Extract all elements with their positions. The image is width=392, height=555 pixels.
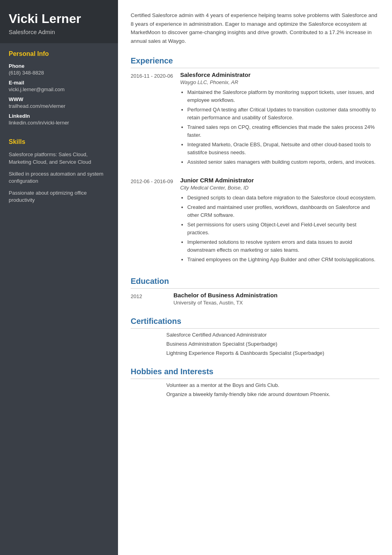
email-label: E-mail	[9, 80, 109, 86]
skill-item-2: Skilled in process automation and system…	[9, 170, 109, 185]
education-heading: Education	[131, 277, 379, 289]
job-title-2: Junior CRM Administrator	[180, 177, 379, 184]
cert-item-2: Business Administration Specialist (Supe…	[131, 341, 379, 347]
bullets-1: Maintained the Salesforce platform by mo…	[180, 88, 379, 166]
bullet-1-1: Performed QA testing after Critical Upda…	[187, 106, 379, 121]
job-title-1: Salesforce Administrator	[180, 71, 379, 78]
experience-content-1: Salesforce Administrator Waygo LLC, Phoe…	[180, 71, 379, 168]
cert-item-1: Salesforce Certified Advanced Administra…	[131, 332, 379, 338]
certifications-section: Certifications Salesforce Certified Adva…	[131, 317, 379, 356]
experience-date-2: 2012-06 - 2016-09	[131, 177, 173, 266]
skills-section: Skills Salesforce platforms: Sales Cloud…	[0, 131, 118, 212]
bullet-2-2: Set permissions for users using Object-L…	[187, 221, 379, 236]
education-content-1: Bachelor of Business Administration Univ…	[173, 292, 379, 306]
company-2: City Medical Center, Boise, ID	[180, 185, 379, 191]
edu-degree-1: Bachelor of Business Administration	[173, 292, 379, 299]
skill-item-3: Passionate about optimizing office produ…	[9, 189, 109, 204]
email-value: vicki.j.lerner@gmail.com	[9, 86, 109, 92]
phone-label: Phone	[9, 63, 109, 69]
experience-date-1: 2016-11 - 2020-06	[131, 71, 173, 168]
experience-entry-1: 2016-11 - 2020-06 Salesforce Administrat…	[131, 71, 379, 168]
skill-item-1: Salesforce platforms: Sales Cloud, Marke…	[9, 151, 109, 165]
education-entry-1: 2012 Bachelor of Business Administration…	[131, 292, 379, 306]
bullet-1-4: Assisted senior sales managers with buil…	[187, 158, 379, 166]
sidebar-header: Vicki Lerner Salesforce Admin	[0, 0, 118, 43]
candidate-title: Salesforce Admin	[9, 29, 109, 35]
linkedin-value: linkedin.com/in/vicki-lerner	[9, 120, 109, 126]
company-1: Waygo LLC, Phoenix, AR	[180, 79, 379, 85]
linkedin-label: LinkedIn	[9, 113, 109, 119]
skills-heading: Skills	[9, 138, 109, 146]
education-date-1: 2012	[131, 292, 166, 306]
certifications-heading: Certifications	[131, 317, 379, 329]
main-content: Certified Salesforce admin with 4 years …	[118, 0, 392, 555]
cert-item-3: Lightning Experience Reports & Dashboard…	[131, 350, 379, 356]
summary-text: Certified Salesforce admin with 4 years …	[131, 11, 379, 45]
experience-entry-2: 2012-06 - 2016-09 Junior CRM Administrat…	[131, 177, 379, 266]
edu-school-1: University of Texas, Austin, TX	[173, 300, 379, 306]
personal-info-section: Personal Info Phone (618) 348-8828 E-mai…	[0, 43, 118, 131]
bullet-2-0: Designed scripts to clean data before mi…	[187, 194, 379, 202]
bullet-2-3: Implemented solutions to resolve system …	[187, 238, 379, 254]
experience-section: Experience 2016-11 - 2020-06 Salesforce …	[131, 56, 379, 266]
bullet-1-0: Maintained the Salesforce platform by mo…	[187, 88, 379, 104]
bullet-2-4: Trained employees on the Lightning App B…	[187, 256, 379, 264]
phone-value: (618) 348-8828	[9, 70, 109, 76]
hobby-item-2: Organize a biweekly family-friendly bike…	[131, 391, 379, 397]
candidate-name: Vicki Lerner	[9, 11, 109, 26]
bullet-2-1: Created and maintained user profiles, wo…	[187, 203, 379, 219]
hobbies-section: Hobbies and Interests Volunteer as a men…	[131, 367, 379, 397]
www-label: WWW	[9, 96, 109, 102]
bullet-1-2: Trained sales reps on CPQ, creating effi…	[187, 123, 379, 139]
education-section: Education 2012 Bachelor of Business Admi…	[131, 277, 379, 306]
sidebar: Vicki Lerner Salesforce Admin Personal I…	[0, 0, 118, 555]
personal-info-heading: Personal Info	[9, 50, 109, 58]
summary-section: Certified Salesforce admin with 4 years …	[131, 11, 379, 45]
hobbies-heading: Hobbies and Interests	[131, 367, 379, 379]
bullets-2: Designed scripts to clean data before mi…	[180, 194, 379, 264]
hobby-item-1: Volunteer as a mentor at the Boys and Gi…	[131, 382, 379, 388]
bullet-1-3: Integrated Marketo, Oracle EBS, Drupal, …	[187, 141, 379, 156]
experience-content-2: Junior CRM Administrator City Medical Ce…	[180, 177, 379, 266]
experience-heading: Experience	[131, 56, 379, 68]
www-value: trailhead.com/me/vlerner	[9, 103, 109, 109]
